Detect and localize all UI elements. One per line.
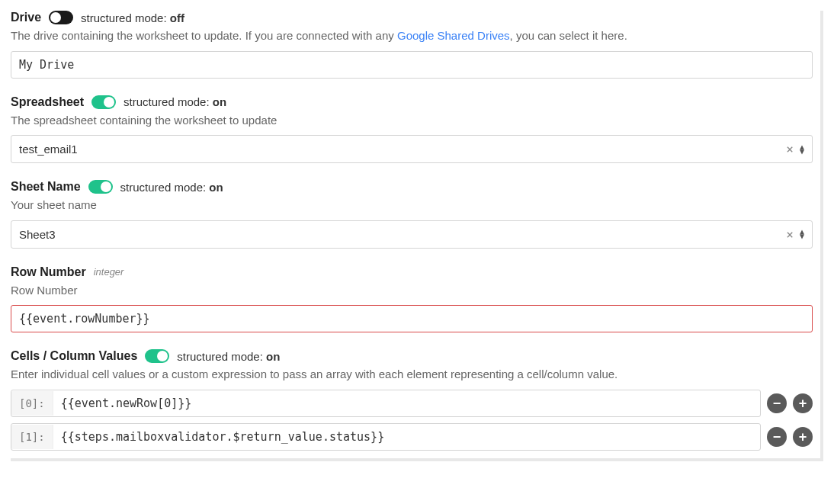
drive-header: Drive structured mode: off — [11, 11, 813, 24]
remove-cell-button[interactable] — [767, 427, 787, 447]
sheet-dropdown-icon[interactable]: ▲▼ — [800, 230, 804, 239]
row-section: Row Number integer Row Number {{event.ro… — [11, 265, 813, 333]
cells-section: Cells / Column Values structured mode: o… — [11, 349, 813, 451]
spreadsheet-mode-text: structured mode: on — [123, 95, 226, 108]
cell-row: [1]: {{steps.mailboxvalidator.$return_va… — [11, 423, 813, 451]
add-cell-button[interactable] — [793, 393, 813, 413]
spreadsheet-toggle[interactable] — [91, 95, 116, 109]
cell-row: [0]: {{event.newRow[0]}} — [11, 390, 813, 417]
spreadsheet-description: The spreadsheet containing the worksheet… — [11, 112, 813, 130]
sheet-header: Sheet Name structured mode: on — [11, 180, 813, 194]
row-input[interactable]: {{event.rowNumber}} — [11, 305, 813, 332]
drive-toggle[interactable] — [49, 11, 73, 24]
add-cell-button[interactable] — [793, 427, 813, 447]
spreadsheet-input[interactable]: test_email1 × ▲▼ — [11, 135, 813, 163]
sheet-section: Sheet Name structured mode: on Your shee… — [11, 180, 813, 249]
cells-header: Cells / Column Values structured mode: o… — [11, 349, 813, 363]
sheet-input[interactable]: Sheet3 × ▲▼ — [11, 220, 813, 249]
sheet-mode-text: structured mode: on — [120, 181, 223, 194]
remove-cell-button[interactable] — [767, 393, 787, 413]
drive-label: Drive — [11, 11, 41, 24]
cells-label: Cells / Column Values — [11, 349, 137, 363]
drive-mode-text: structured mode: off — [81, 11, 184, 24]
spreadsheet-label: Spreadsheet — [11, 95, 84, 109]
sheet-toggle[interactable] — [88, 180, 113, 194]
spreadsheet-section: Spreadsheet structured mode: on The spre… — [11, 95, 813, 164]
drive-section: Drive structured mode: off The drive con… — [11, 11, 813, 79]
spreadsheet-dropdown-icon[interactable]: ▲▼ — [800, 145, 804, 154]
sheet-label: Sheet Name — [11, 180, 81, 194]
cell-input-0[interactable]: [0]: {{event.newRow[0]}} — [11, 390, 761, 417]
drive-description: The drive containing the worksheet to up… — [11, 27, 813, 45]
cells-description: Enter individual cell values or a custom… — [11, 366, 813, 384]
cells-mode-text: structured mode: on — [177, 350, 280, 363]
row-header: Row Number integer — [11, 265, 813, 279]
cell-index-label: [1]: — [11, 425, 53, 449]
cell-value: {{event.newRow[0]}} — [53, 390, 760, 416]
cell-input-1[interactable]: [1]: {{steps.mailboxvalidator.$return_va… — [11, 423, 761, 451]
row-label: Row Number — [11, 265, 86, 279]
sheet-description: Your sheet name — [11, 197, 813, 214]
cell-value: {{steps.mailboxvalidator.$return_value.s… — [53, 424, 760, 450]
spreadsheet-clear-icon[interactable]: × — [786, 142, 794, 156]
row-type-tag: integer — [94, 266, 124, 278]
shared-drives-link[interactable]: Google Shared Drives — [397, 29, 510, 42]
drive-input[interactable]: My Drive — [11, 51, 813, 79]
row-description: Row Number — [11, 282, 813, 300]
cell-index-label: [0]: — [11, 391, 53, 416]
spreadsheet-header: Spreadsheet structured mode: on — [11, 95, 813, 109]
cells-toggle[interactable] — [145, 349, 169, 363]
sheet-clear-icon[interactable]: × — [786, 227, 794, 242]
